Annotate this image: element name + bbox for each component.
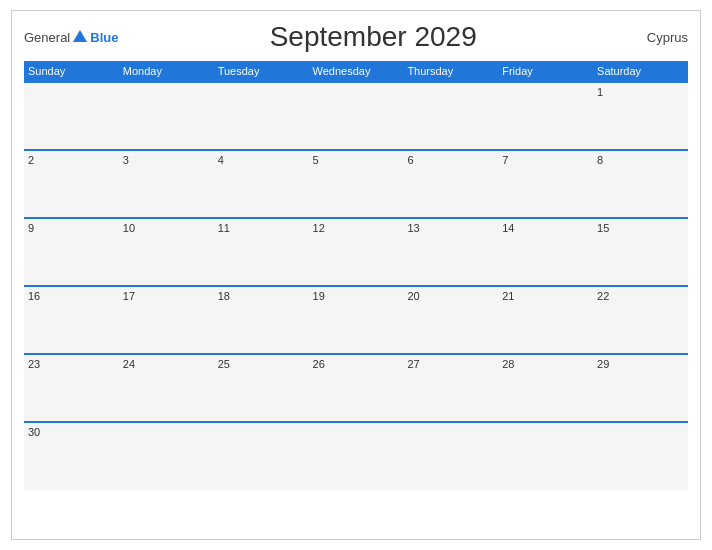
header-monday: Monday [119,61,214,82]
day-number: 16 [28,290,40,302]
day-number: 1 [597,86,603,98]
day-number: 19 [313,290,325,302]
calendar-week-row: 23242526272829 [24,354,688,422]
table-row [214,422,309,490]
day-number: 21 [502,290,514,302]
logo: General Blue [24,30,118,45]
table-row: 29 [593,354,688,422]
table-row: 2 [24,150,119,218]
table-row: 30 [24,422,119,490]
header-friday: Friday [498,61,593,82]
table-row: 5 [309,150,404,218]
table-row: 15 [593,218,688,286]
table-row: 18 [214,286,309,354]
table-row [593,422,688,490]
calendar-header: General Blue September 2029 Cyprus [24,21,688,53]
table-row: 26 [309,354,404,422]
day-number: 10 [123,222,135,234]
table-row [119,82,214,150]
table-row [498,422,593,490]
table-row: 24 [119,354,214,422]
calendar-week-row: 30 [24,422,688,490]
day-number: 24 [123,358,135,370]
logo-general-text: General [24,30,70,45]
table-row: 27 [403,354,498,422]
table-row: 23 [24,354,119,422]
table-row: 9 [24,218,119,286]
table-row: 13 [403,218,498,286]
table-row: 25 [214,354,309,422]
calendar-week-row: 2345678 [24,150,688,218]
table-row: 21 [498,286,593,354]
header-tuesday: Tuesday [214,61,309,82]
calendar-title: September 2029 [118,21,628,53]
calendar-week-row: 1 [24,82,688,150]
calendar-container: General Blue September 2029 Cyprus Sunda… [11,10,701,540]
day-number: 8 [597,154,603,166]
table-row: 1 [593,82,688,150]
day-number: 30 [28,426,40,438]
header-thursday: Thursday [403,61,498,82]
header-sunday: Sunday [24,61,119,82]
day-number: 13 [407,222,419,234]
table-row: 11 [214,218,309,286]
day-number: 26 [313,358,325,370]
table-row: 4 [214,150,309,218]
day-number: 14 [502,222,514,234]
day-number: 18 [218,290,230,302]
table-row: 20 [403,286,498,354]
table-row: 17 [119,286,214,354]
table-row [498,82,593,150]
table-row [309,82,404,150]
day-number: 15 [597,222,609,234]
day-number: 12 [313,222,325,234]
day-number: 29 [597,358,609,370]
day-number: 3 [123,154,129,166]
table-row: 22 [593,286,688,354]
day-number: 9 [28,222,34,234]
header-saturday: Saturday [593,61,688,82]
table-row: 3 [119,150,214,218]
table-row: 7 [498,150,593,218]
day-number: 23 [28,358,40,370]
table-row: 16 [24,286,119,354]
day-number: 28 [502,358,514,370]
day-number: 25 [218,358,230,370]
table-row: 19 [309,286,404,354]
day-number: 6 [407,154,413,166]
table-row [119,422,214,490]
table-row [403,82,498,150]
logo-blue-text: Blue [90,30,118,45]
table-row: 10 [119,218,214,286]
day-number: 11 [218,222,230,234]
weekday-header-row: Sunday Monday Tuesday Wednesday Thursday… [24,61,688,82]
day-number: 7 [502,154,508,166]
header-wednesday: Wednesday [309,61,404,82]
day-number: 22 [597,290,609,302]
day-number: 20 [407,290,419,302]
calendar-week-row: 9101112131415 [24,218,688,286]
table-row: 28 [498,354,593,422]
day-number: 2 [28,154,34,166]
day-number: 5 [313,154,319,166]
table-row [403,422,498,490]
table-row: 6 [403,150,498,218]
calendar-table: Sunday Monday Tuesday Wednesday Thursday… [24,61,688,490]
day-number: 17 [123,290,135,302]
table-row [214,82,309,150]
logo-triangle-icon [73,30,87,42]
day-number: 4 [218,154,224,166]
table-row: 14 [498,218,593,286]
calendar-week-row: 16171819202122 [24,286,688,354]
table-row: 12 [309,218,404,286]
table-row [309,422,404,490]
day-number: 27 [407,358,419,370]
table-row [24,82,119,150]
table-row: 8 [593,150,688,218]
country-label: Cyprus [628,30,688,45]
